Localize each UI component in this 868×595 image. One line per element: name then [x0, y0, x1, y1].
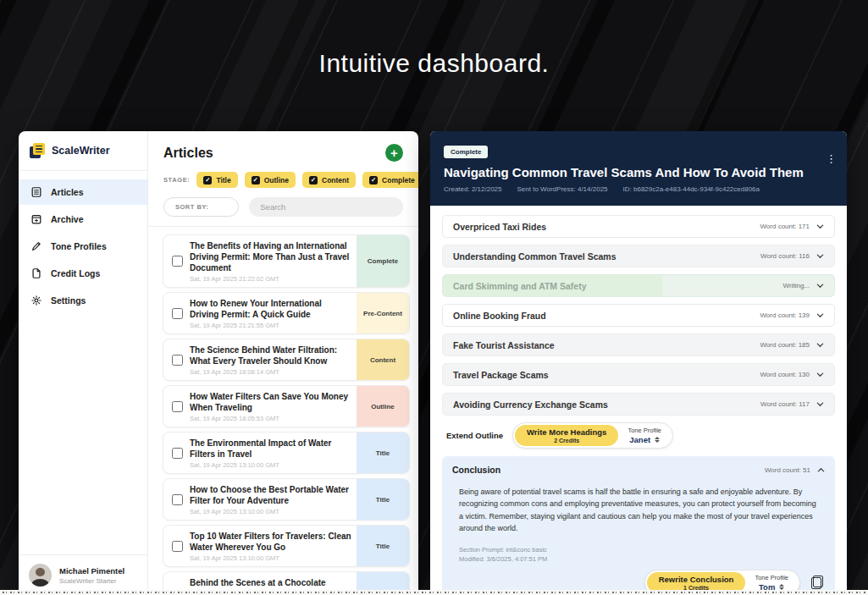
checkbox-checked-icon: [369, 176, 378, 185]
stage-chip-title[interactable]: Title: [196, 172, 237, 188]
article-status-chip: Outline: [357, 386, 409, 427]
stage-chips: Title Outline Content Complete: [196, 172, 418, 188]
stage-chip-complete[interactable]: Complete: [362, 172, 418, 188]
outline-section-row[interactable]: Overpriced Taxi Rides Word count: 171: [442, 215, 835, 238]
article-date: Sat, 19 Apr 2025 13:10:00 GMT: [190, 461, 351, 469]
article-card[interactable]: Top 10 Water Filters for Travelers: Clea…: [163, 525, 410, 567]
write-more-headings-button[interactable]: Write More Headings 2 Credits: [515, 425, 618, 446]
articles-icon: [30, 186, 42, 198]
section-word-count: Word count: 130: [760, 371, 810, 378]
article-title: The Science Behind Water Filtration: Wha…: [190, 344, 351, 366]
article-date: Sat, 19 Apr 2025 21:22:02 GMT: [190, 275, 351, 283]
tone-profile-select[interactable]: Tone Profile Janet: [618, 427, 671, 444]
sidebar-item-archive[interactable]: Archive: [19, 207, 147, 232]
article-status-badge: Complete: [444, 146, 488, 158]
article-card[interactable]: The Benefits of Having an International …: [163, 234, 410, 288]
conclusion-word-count[interactable]: Word count: 51: [765, 466, 825, 474]
article-card[interactable]: How to Renew Your International Driving …: [163, 292, 410, 334]
article-title: Top 10 Water Filters for Travelers: Clea…: [190, 531, 351, 553]
tone-profiles-icon: [30, 240, 42, 252]
credit-logs-icon: [30, 267, 42, 279]
outline-section-row[interactable]: Online Booking Fraud Word count: 139: [442, 304, 835, 327]
articles-panel-title: Articles: [163, 146, 213, 161]
app-window-right: Complete Navigating Common Travel Scams …: [430, 131, 847, 595]
page-title: Intuitive dashboard.: [0, 49, 868, 78]
article-checkbox[interactable]: [172, 541, 183, 552]
outline-section-row[interactable]: Understanding Common Travel Scams Word c…: [442, 245, 835, 267]
article-checkbox[interactable]: [172, 355, 183, 366]
article-checkbox[interactable]: [172, 494, 183, 505]
section-list: Overpriced Taxi Rides Word count: 171 Un…: [442, 215, 835, 416]
article-card[interactable]: How to Choose the Best Portable Water Fi…: [163, 478, 410, 521]
user-box[interactable]: Michael Pimentel ScaleWriter Starter: [19, 554, 147, 595]
article-checkbox[interactable]: [172, 308, 183, 319]
article-date: Sat, 19 Apr 2025 13:10:00 GMT: [190, 554, 351, 562]
extend-outline-label: Extend Outline: [446, 431, 503, 440]
chevron-down-icon: [816, 282, 824, 289]
settings-icon: [30, 295, 42, 306]
article-title: How to Renew Your International Driving …: [190, 298, 351, 320]
outline-section-row[interactable]: Avoiding Currency Exchange Scams Word co…: [442, 393, 835, 416]
outline-section-row[interactable]: Fake Tourist Assistance Word count: 185: [442, 333, 835, 356]
sidebar-item-articles[interactable]: Articles: [19, 179, 147, 205]
article-card[interactable]: The Environmental Impact of Water Filter…: [163, 432, 410, 474]
editor-meta: Created: 2/12/2025 Sent to WordPress: 4/…: [444, 185, 833, 193]
article-list: The Benefits of Having an International …: [148, 226, 418, 595]
article-card[interactable]: How Water Filters Can Save You Money Whe…: [163, 385, 410, 427]
scalewriter-logo-icon: [30, 143, 45, 158]
outline-section-row[interactable]: Travel Package Scams Word count: 130: [442, 363, 835, 386]
chevron-down-icon: [816, 223, 824, 230]
sidebar-item-tone-profiles[interactable]: Tone Profiles: [19, 234, 147, 259]
editor-body: Overpriced Taxi Rides Word count: 171 Un…: [430, 206, 847, 595]
brand-name: ScaleWriter: [52, 145, 110, 157]
sort-by-label: SORT BY:: [175, 203, 208, 211]
editor-header: Complete Navigating Common Travel Scams …: [430, 131, 847, 206]
article-status-chip: Title: [357, 526, 409, 566]
avatar: [29, 564, 52, 587]
brand: ScaleWriter: [19, 131, 147, 171]
search-input[interactable]: [249, 197, 403, 217]
article-checkbox[interactable]: [172, 401, 183, 412]
article-title: How Water Filters Can Save You Money Whe…: [190, 391, 351, 413]
article-checkbox[interactable]: [172, 256, 183, 267]
user-name: Michael Pimentel: [59, 566, 124, 576]
kebab-menu-icon[interactable]: ⋮: [826, 153, 837, 164]
stage-chip-content[interactable]: Content: [302, 172, 356, 188]
archive-icon: [30, 213, 42, 225]
sidebar-menu: Articles Archive Tone Profiles Credit Lo…: [19, 171, 147, 554]
sidebar: ScaleWriter Articles Archive Tone Profil…: [19, 131, 148, 595]
sidebar-item-settings[interactable]: Settings: [19, 288, 147, 313]
section-word-count: Writing...: [783, 282, 810, 289]
tone-profile-select-conclusion[interactable]: Tone Profile Tom: [745, 574, 798, 592]
bottom-page-strip: [0, 590, 868, 595]
conclusion-modified: Modified: 3/6/2025, 4:07:51 PM: [459, 554, 825, 565]
conclusion-body: Being aware of potential travel scams is…: [459, 486, 818, 535]
conclusion-title: Conclusion: [452, 465, 500, 475]
sidebar-item-credit-logs[interactable]: Credit Logs: [19, 261, 147, 286]
section-word-count: Word count: 117: [760, 400, 810, 408]
article-checkbox[interactable]: [172, 448, 183, 459]
article-status-chip: Title: [357, 479, 409, 520]
add-article-button[interactable]: +: [385, 144, 403, 162]
select-updown-icon: [655, 437, 660, 443]
article-status-chip: Pre-Content: [357, 293, 409, 333]
article-title: How to Choose the Best Portable Water Fi…: [190, 484, 351, 506]
chevron-down-icon: [816, 341, 824, 349]
user-plan: ScaleWriter Starter: [59, 577, 124, 585]
checkbox-checked-icon: [252, 176, 260, 185]
article-card[interactable]: The Science Behind Water Filtration: Wha…: [163, 339, 410, 381]
chevron-up-icon: [817, 466, 825, 474]
select-updown-icon: [779, 584, 784, 590]
stage-chip-outline[interactable]: Outline: [245, 172, 296, 188]
copy-icon[interactable]: [811, 576, 823, 589]
article-status-chip: Content: [357, 339, 409, 380]
meta-sent: Sent to WordPress: 4/14/2025: [517, 185, 608, 193]
editor-article-title: Navigating Common Travel Scams And How T…: [444, 165, 833, 179]
section-word-count: Word count: 171: [760, 223, 810, 230]
sidebar-item-label: Archive: [51, 214, 84, 224]
sort-row: SORT BY:: [148, 191, 418, 226]
chevron-down-icon: [816, 252, 824, 260]
outline-section-row[interactable]: Card Skimming and ATM Safety Writing...: [442, 274, 835, 297]
sidebar-item-label: Articles: [51, 187, 84, 197]
meta-created: Created: 2/12/2025: [444, 185, 502, 193]
